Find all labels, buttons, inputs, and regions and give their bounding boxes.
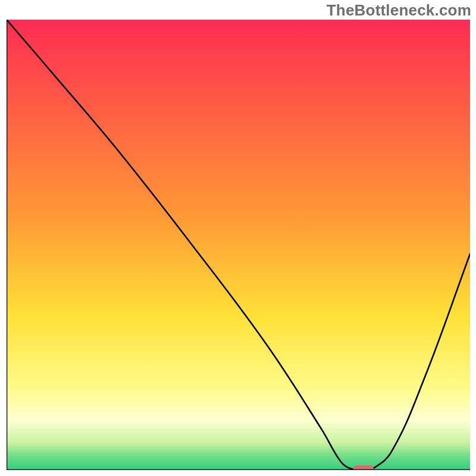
chart-stage: TheBottleneck.com xyxy=(0,0,476,476)
plot-area xyxy=(7,20,470,470)
gradient-background xyxy=(7,20,470,470)
plot-svg xyxy=(7,20,470,470)
watermark-text: TheBottleneck.com xyxy=(327,1,471,20)
